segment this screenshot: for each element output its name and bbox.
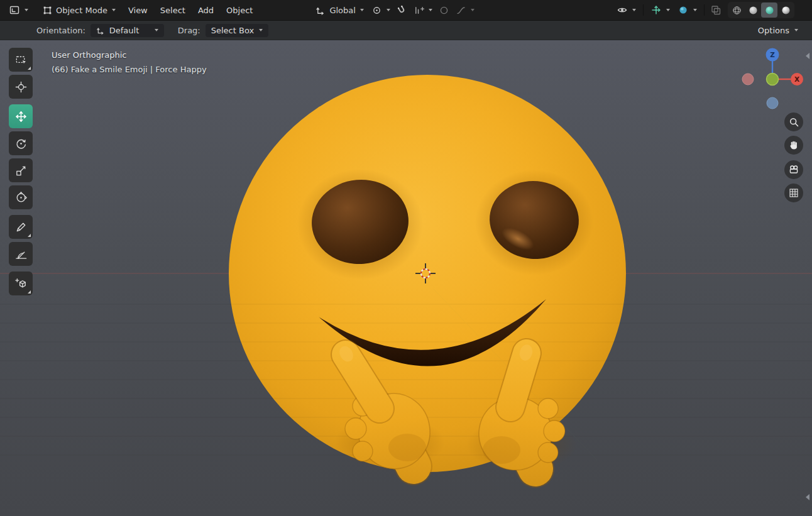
tool-cursor[interactable] [9,75,33,99]
options-dropdown[interactable]: Options [753,24,803,37]
tool-measure[interactable] [9,242,33,266]
transform-orientation-dropdown[interactable]: Global [312,3,367,18]
orientation-label: Orientation: [36,26,85,35]
xray-toggle-button[interactable] [708,3,724,18]
collapse-sidebar-arrow[interactable] [806,53,809,59]
add-cube-icon [14,277,28,290]
xray-icon [710,4,721,16]
eye-icon [617,4,628,16]
chevron-down-icon [632,9,636,11]
chevron-down-icon [794,29,798,31]
tool-box-select[interactable] [9,48,33,72]
magnet-icon [397,5,407,16]
shading-wireframe-button[interactable] [728,3,745,18]
gizmo-z-negative[interactable] [767,97,778,109]
ortho-toggle-button[interactable] [784,184,803,202]
overlays-toggle-dropdown[interactable] [674,3,701,18]
move-icon [14,110,28,123]
tool-scale[interactable] [9,158,33,182]
annotate-icon [14,221,28,234]
gizmo-z-label: Z [770,51,775,58]
proportional-circle-icon [439,5,449,16]
shading-mode-control [728,2,794,18]
material-sphere-icon [764,5,775,16]
zoom-icon [786,114,801,129]
chevron-down-icon [471,9,475,11]
camera-view-button[interactable] [784,160,803,179]
measure-icon [14,248,28,261]
snap-target-dropdown[interactable] [410,3,436,18]
pivot-point-dropdown[interactable] [368,3,394,18]
viewport-header: Object Mode View Select Add Object Globa… [0,0,812,21]
drag-dropdown[interactable]: Select Box [206,24,268,37]
chevron-down-icon [693,9,697,11]
tool-add-cube[interactable] [9,272,33,295]
orientation-dropdown[interactable]: Default [91,24,164,37]
zoom-button[interactable] [784,113,803,131]
chevron-down-icon [429,9,432,11]
emoji-object[interactable] [0,75,812,475]
navigation-gizmo[interactable]: Z X [740,47,809,112]
rendered-sphere-icon [781,5,791,16]
divider [643,4,644,16]
add-tool-group [9,272,34,295]
chevron-down-icon [155,29,158,31]
chevron-down-icon [25,9,28,11]
collapse-region-arrow[interactable] [806,494,809,500]
snap-target-icon [414,5,424,16]
tool-rotate[interactable] [9,131,33,155]
viewport-scene[interactable] [0,40,812,516]
tool-shelf [9,48,34,301]
menu-view[interactable]: View [122,3,154,18]
editor-type-button[interactable] [5,3,32,18]
gizmos-toggle-dropdown[interactable] [647,3,674,18]
menu-bar: View Select Add Object [122,3,259,18]
gizmo-x-label: X [794,75,799,83]
menu-select[interactable]: Select [154,3,192,18]
wireframe-sphere-icon [732,5,742,16]
editor-type-icon [9,4,20,16]
annotate-tool-group [9,215,34,266]
proportional-edit-toggle[interactable] [436,3,452,18]
ortho-grid-icon [786,185,801,200]
header-right-cluster [613,2,794,18]
tool-move[interactable] [9,104,33,128]
cursor-icon [14,80,28,94]
mode-dropdown[interactable]: Object Mode [38,3,119,18]
box-select-icon [14,53,28,67]
camera-icon [786,162,801,177]
shading-material-button[interactable] [761,3,777,18]
scale-icon [14,164,28,177]
tool-transform[interactable] [9,185,33,209]
tool-annotate[interactable] [9,215,33,239]
proportional-falloff-dropdown[interactable] [452,3,478,18]
menu-object[interactable]: Object [220,3,259,18]
shading-solid-button[interactable] [745,3,761,18]
orientation-value: Default [109,26,150,35]
pan-button[interactable] [784,136,803,155]
orientation-axes-icon [315,5,326,16]
falloff-curve-icon [456,5,466,16]
shading-rendered-button[interactable] [777,3,794,18]
blender-window: Object Mode View Select Add Object Globa… [0,0,812,516]
pivot-point-icon [371,5,382,16]
rotate-icon [14,137,28,150]
gizmos-icon [650,4,662,16]
select-tool-group [9,48,34,99]
tool-settings-bar: Orientation: Default Drag: Select Box Op… [0,21,812,40]
menu-add[interactable]: Add [192,3,220,18]
drag-value: Select Box [211,26,254,35]
gizmo-y-axis[interactable] [767,74,779,85]
chevron-down-icon [387,9,390,11]
chevron-down-icon [360,9,364,11]
mode-label: Object Mode [56,6,107,15]
chevron-down-icon [666,9,670,11]
viewport-3d[interactable]: User Orthographic (66) Fake a Smile Emoj… [0,40,812,516]
snap-toggle-button[interactable] [394,3,410,18]
emoji-face[interactable] [229,75,626,472]
visibility-filter-dropdown[interactable] [613,3,640,18]
transform-icon [14,191,28,204]
gizmo-x-negative[interactable] [742,74,754,85]
chevron-down-icon [112,9,116,11]
drag-label: Drag: [178,26,200,35]
